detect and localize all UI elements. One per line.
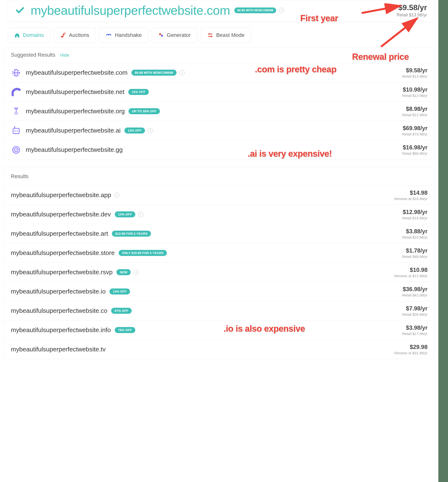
retail-price: Retail $48.98/yr [402,254,427,259]
sliders-icon [207,32,213,38]
handshake-icon [106,32,112,38]
price-block: $10.98/yrRetail $12.98/yr [402,86,427,98]
price: $16.98/yr [402,144,427,151]
price-block: $10.98Renews at $12.98/yr [394,267,427,278]
svg-point-17 [14,126,15,127]
domain-row[interactable]: mybeautifulsuperperfectwebsite.net15% OF… [4,82,434,102]
price-block: $9.58/yrRetail $13.98/yr [402,67,427,78]
retail-price: Retail $42.98/yr [402,293,427,297]
svg-point-8 [208,33,210,35]
domain-name[interactable]: mybeautifulsuperperfectwebsite.art [11,230,108,237]
price: $1.78/yr [402,247,427,254]
domain-row[interactable]: mybeautifulsuperperfectwebsite.com$6.98 … [4,63,434,82]
suggested-header: Suggested Results Hide [4,47,434,63]
info-icon[interactable]: i [134,270,139,275]
offer-badge: 78% OFF [115,327,135,333]
offer-badge: 13% OFF [124,127,145,134]
header-retail: Retail $13.98/yr [397,13,427,18]
price-block: $12.98/yrRetail $14.98/yr [402,209,427,220]
price-block: $36.98/yrRetail $42.98/yr [402,286,427,297]
offer-badge: 14% OFF [110,288,130,294]
domain-row[interactable]: mybeautifulsuperperfectwebsite.storeONLY… [4,243,434,262]
tab-beast[interactable]: Beast Mode [201,27,251,43]
offer-badge: $12.98 FOR 2 YEARS [112,231,151,237]
domain-row[interactable]: mybeautifulsuperperfectwebsite.dev13% OF… [4,205,434,224]
retail-price: Retail $12.98/yr [402,113,427,117]
price-block: $14.98Renews at $16.98/yr [394,190,427,201]
price: $3.88/yr [402,228,427,235]
tab-auctions-label: Auctions [69,32,89,38]
tab-domains[interactable]: Domains [8,27,50,43]
check-icon [15,6,25,15]
target-icon [11,145,22,155]
retail-price: Renews at $12.98/yr [394,274,427,278]
domain-name[interactable]: mybeautifulsuperperfectwebsite.store [11,249,115,257]
offer-badge: $6.98 WITH NEWCOM698 [131,70,176,76]
retail-price: Renews at $16.98/yr [394,197,427,201]
hide-link[interactable]: Hide [60,53,69,58]
retail-price: Retail $12.98/yr [402,94,427,98]
domain-row[interactable]: mybeautifulsuperperfectwebsite.appi$14.9… [4,185,434,205]
retail-price: Retail $14.98/yr [402,216,427,220]
domain-name[interactable]: mybeautifulsuperperfectwebsite.app [11,191,111,199]
tab-handshake-label: Handshake [115,32,142,38]
results-section: Results mybeautifulsuperperfectwebsite.a… [4,167,434,359]
robot-icon [11,125,22,136]
header-card: mybeautifulsuperperfectwebsite.com $6.98… [8,0,434,22]
suggested-title: Suggested Results [11,52,56,58]
domain-name[interactable]: mybeautifulsuperperfectwebsite.gg [26,146,123,153]
domain-name[interactable]: mybeautifulsuperperfectwebsite.com [26,69,128,76]
domain-name[interactable]: mybeautifulsuperperfectwebsite.io [11,288,106,295]
header-price-block: $9.58/yr Retail $13.98/yr [397,3,427,18]
coupon-badge: $6.98 WITH NEWCOM698 [234,8,276,13]
domain-name[interactable]: mybeautifulsuperperfectwebsite.org [26,108,125,115]
svg-point-22 [16,149,17,150]
domain-name[interactable]: mybeautifulsuperperfectwebsite.dev [11,211,111,218]
home-icon [14,32,20,38]
domain-row[interactable]: mybeautifulsuperperfectwebsite.tv$29.98R… [4,340,434,359]
retail-price: Retail $10.98/yr [402,235,427,239]
globe-icon [11,67,22,78]
offer-badge: 13% OFF [115,211,135,217]
svg-rect-2 [61,36,64,37]
svg-point-19 [17,130,18,132]
gavel-icon [60,32,66,38]
info-icon[interactable]: i [179,70,185,75]
tab-generator[interactable]: Generator [152,27,197,43]
right-scrollbar[interactable] [438,0,448,482]
price-block: $1.78/yrRetail $48.98/yr [402,247,427,259]
domain-name[interactable]: mybeautifulsuperperfectwebsite.info [11,326,111,334]
offer-badge: 67% OFF [111,308,132,314]
domain-row[interactable]: mybeautifulsuperperfectwebsite.art$12.98… [4,224,434,243]
domain-row[interactable]: mybeautifulsuperperfectwebsite.io14% OFF… [4,282,434,301]
sparkle-icon [158,32,164,38]
price-block: $29.98Renews at $31.98/yr [394,344,427,355]
results-title: Results [4,167,434,185]
domain-row[interactable]: mybeautifulsuperperfectwebsite.orgUP TO … [4,102,434,121]
info-icon[interactable]: i [148,128,153,133]
tab-handshake[interactable]: Handshake [99,27,148,43]
info-icon[interactable]: i [279,8,284,13]
domain-row[interactable]: mybeautifulsuperperfectwebsite.info78% O… [4,320,434,340]
svg-point-10 [210,36,212,37]
domain-row[interactable]: mybeautifulsuperperfectwebsite.ai13% OFF… [4,121,434,140]
svg-point-18 [15,130,16,132]
price: $12.98/yr [402,209,427,215]
info-icon[interactable]: i [114,193,119,198]
domain-name[interactable]: mybeautifulsuperperfectwebsite.co [11,307,107,315]
domain-name[interactable]: mybeautifulsuperperfectwebsite.tv [11,346,106,353]
price-block: $16.98/yrRetail $68.98/yr [402,144,427,155]
domain-row[interactable]: mybeautifulsuperperfectwebsite.co67% OFF… [4,301,434,320]
domain-row[interactable]: mybeautifulsuperperfectwebsite.rsvpNEWi$… [4,262,434,282]
price-block: $3.88/yrRetail $10.98/yr [402,228,427,239]
domain-name[interactable]: mybeautifulsuperperfectwebsite.ai [26,127,120,134]
price: $10.98/yr [402,86,427,93]
domain-row[interactable]: mybeautifulsuperperfectwebsite.gg$16.98/… [4,140,434,159]
tab-auctions[interactable]: Auctions [54,27,96,43]
tab-domains-label: Domains [23,32,44,38]
svg-point-4 [64,33,65,34]
info-icon[interactable]: i [138,212,144,217]
domain-name[interactable]: mybeautifulsuperperfectwebsite.net [26,88,124,96]
domain-name[interactable]: mybeautifulsuperperfectwebsite.rsvp [11,269,112,276]
header-domain[interactable]: mybeautifulsuperperfectwebsite.com [31,3,230,18]
